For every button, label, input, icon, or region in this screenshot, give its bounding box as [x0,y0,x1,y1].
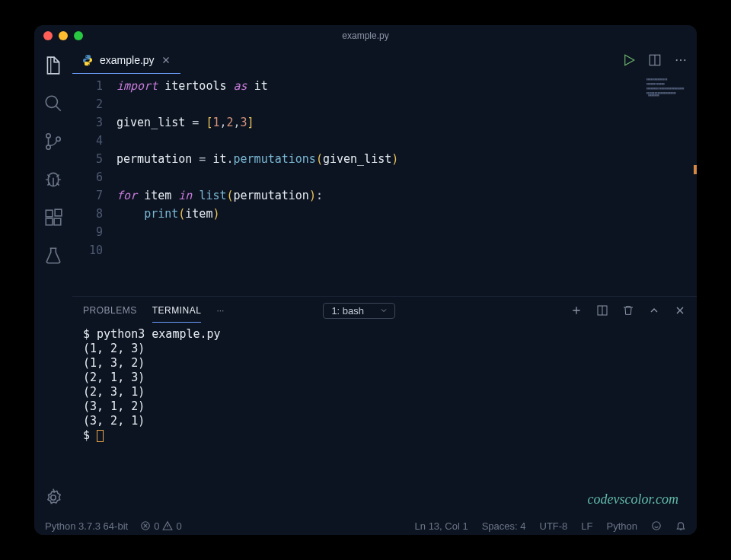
window-title: example.py [342,30,388,41]
svg-rect-7 [55,209,62,216]
python-file-icon [81,54,94,66]
explorer-icon[interactable] [43,56,63,75]
maximize-window-button[interactable] [74,31,83,40]
close-panel-icon[interactable] [674,304,686,317]
code-editor[interactable]: 1 2 3 4 5 6 7 8 9 10 import itertools as… [72,74,643,296]
testing-icon[interactable] [43,246,63,266]
svg-point-11 [680,59,682,61]
code-content: import itertools as it given_list = [1,2… [117,77,398,296]
svg-point-1 [46,134,50,138]
status-feedback-icon[interactable] [651,520,662,531]
status-indentation[interactable]: Spaces: 4 [482,520,526,532]
status-notifications-icon[interactable] [675,520,686,531]
chevron-down-icon [379,306,388,315]
svg-rect-5 [46,218,53,225]
svg-point-3 [56,137,60,141]
tab-close-icon[interactable] [161,55,171,65]
svg-point-10 [676,59,678,61]
minimap-marker [694,165,697,174]
traffic-lights [43,31,83,40]
run-icon[interactable] [622,53,636,67]
editor-tab-bar: example.py [72,46,697,74]
svg-rect-6 [54,218,61,225]
panel-tab-more-icon[interactable]: ··· [216,305,224,316]
status-eol[interactable]: LF [581,520,592,532]
close-window-button[interactable] [43,31,53,40]
terminal-selector[interactable]: 1: bash [323,303,395,319]
extensions-icon[interactable] [43,208,63,228]
terminal-output[interactable]: $ python3 example.py (1, 2, 3) (1, 3, 2)… [72,324,697,517]
tab-example-py[interactable]: example.py [72,46,180,74]
settings-gear-icon[interactable] [43,488,63,508]
line-gutter: 1 2 3 4 5 6 7 8 9 10 [72,77,117,296]
warning-icon [162,520,173,531]
svg-point-15 [653,522,661,530]
svg-rect-4 [46,210,53,217]
svg-point-2 [46,145,50,149]
error-icon [140,520,151,531]
status-cursor-position[interactable]: Ln 13, Col 1 [415,520,468,532]
split-terminal-icon[interactable] [596,304,608,317]
tab-filename: example.py [100,54,155,66]
terminal-cursor [97,430,104,442]
watermark: codevscolor.com [588,492,678,508]
vscode-window: example.py [34,25,697,535]
status-encoding[interactable]: UTF-8 [540,520,568,532]
source-control-icon[interactable] [43,132,63,151]
status-bar: Python 3.7.3 64-bit 0 0 Ln 13, Col 1 Spa… [34,517,697,535]
kill-terminal-icon[interactable] [622,304,634,317]
panel-tab-terminal[interactable]: TERMINAL [152,299,202,323]
svg-point-12 [684,59,685,61]
titlebar: example.py [34,25,697,46]
svg-point-8 [51,495,56,501]
new-terminal-icon[interactable] [570,304,583,317]
panel-tab-problems[interactable]: PROBLEMS [83,299,137,322]
status-problems[interactable]: 0 0 [140,520,181,532]
activity-bar [34,46,72,517]
search-icon[interactable] [43,94,63,113]
minimize-window-button[interactable] [59,31,68,40]
more-actions-icon[interactable] [674,53,688,67]
minimap[interactable]: ██████ ████████ ██ ██ ████████ █ ███████… [643,74,697,296]
status-language[interactable]: Python [607,520,637,532]
maximize-panel-icon[interactable] [648,304,660,317]
debug-icon[interactable] [43,170,63,189]
status-python-version[interactable]: Python 3.7.3 64-bit [45,520,128,532]
svg-point-0 [46,96,57,107]
bottom-panel: PROBLEMS TERMINAL ··· 1: bash [72,296,697,517]
split-editor-icon[interactable] [648,53,662,67]
